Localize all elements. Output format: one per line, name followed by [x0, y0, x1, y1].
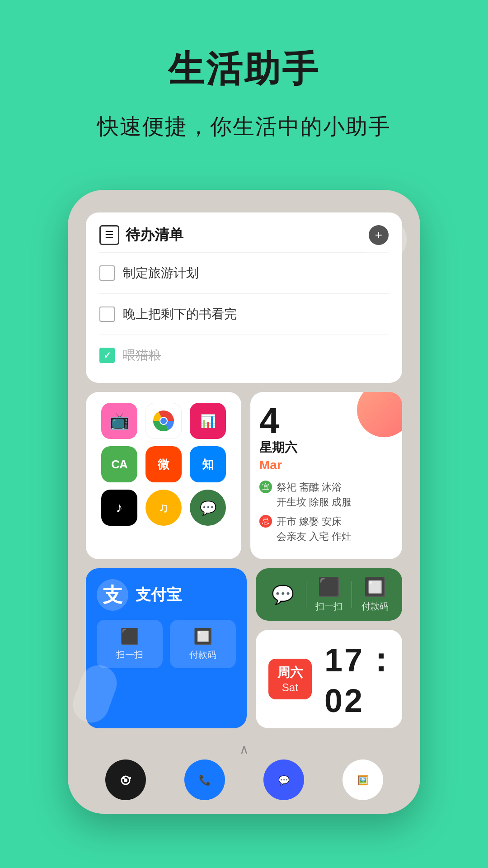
wechat-pay-button[interactable]: 🔲 付款码	[361, 576, 389, 613]
app-tiktok[interactable]: ♪	[101, 490, 137, 526]
apps-widget: 📺 📊	[86, 392, 241, 559]
cal-inauspicious-text: 开市 嫁娶 安床会亲友 入宅 作灶	[277, 514, 352, 544]
alipay-pay-button[interactable]: 🔲 付款码	[170, 620, 236, 668]
todo-item-text-3: 喂猫粮	[123, 347, 161, 364]
wechat-divider	[306, 581, 306, 608]
todo-checkbox-2[interactable]	[99, 307, 115, 322]
app-wechat-small[interactable]: 💬	[190, 490, 226, 526]
widgets-area: ☰ 待办清单 + 制定旅游计划 晚上把剩下的书看完 喂猫粮	[86, 212, 402, 757]
alipay-pay-icon: 🔲	[193, 627, 212, 645]
wechat-scan-icon: ⬛	[318, 576, 340, 598]
svg-rect-7	[122, 777, 125, 779]
app-weibo[interactable]: 微	[145, 446, 182, 482]
dock-message[interactable]: 💬	[263, 760, 304, 800]
dock-phone[interactable]: 📞	[184, 760, 225, 800]
todo-item-1[interactable]: 制定旅游计划	[99, 258, 389, 288]
todo-header-left: ☰ 待办清单	[99, 225, 183, 245]
wechat-scan-label: 扫一扫	[315, 600, 343, 613]
todo-checkbox-1[interactable]	[99, 265, 115, 281]
apps-calendar-row: 📺 📊	[86, 392, 402, 559]
svg-rect-8	[129, 777, 131, 779]
alipay-header: 支 支付宝	[97, 579, 236, 611]
app-zhihu[interactable]: 知	[190, 446, 226, 482]
alipay-scan-button[interactable]: ⬛ 扫一扫	[97, 620, 163, 668]
calendar-widget: 4 星期六 Mar 宜 祭祀 斋醮 沐浴开生坟 除服 成服 忌 开市 嫁娶 安床…	[250, 392, 402, 559]
alipay-scan-icon: ⬛	[120, 627, 139, 645]
swipe-arrow-icon: ∧	[239, 742, 249, 757]
apps-row-1: 📺 📊	[97, 403, 230, 439]
cal-inauspicious-badge: 忌	[259, 515, 272, 528]
svg-text:📞: 📞	[198, 774, 211, 786]
app-tv[interactable]: 📺	[101, 403, 137, 439]
todo-divider-3	[99, 335, 389, 335]
todo-list-icon: ☰	[99, 225, 119, 245]
alipay-pay-label: 付款码	[189, 649, 216, 661]
apps-row-2: CA 微 知	[97, 446, 230, 482]
cal-weekday: 星期六	[259, 439, 393, 456]
swipe-indicator: ∧	[86, 742, 402, 757]
app-ca[interactable]: CA	[101, 446, 137, 482]
svg-point-3	[160, 418, 167, 424]
wechat-pay-icon: 🔲	[364, 576, 386, 598]
bottom-dock: 📞 💬 🖼️	[86, 760, 402, 800]
wechat-pay-label: 付款码	[361, 600, 389, 613]
app-music[interactable]: ♫	[145, 490, 182, 526]
todo-checkbox-3[interactable]	[99, 348, 115, 363]
cal-month: Mar	[259, 458, 393, 472]
app-hiit[interactable]: 📊	[190, 403, 226, 439]
todo-item-3[interactable]: 喂猫粮	[99, 340, 389, 370]
wechat-logo: 💬	[269, 581, 296, 608]
wechat-scan-button[interactable]: ⬛ 扫一扫	[315, 576, 343, 613]
dock-gallery[interactable]: 🖼️	[343, 760, 383, 800]
todo-title: 待办清单	[126, 225, 183, 245]
clock-time: 17：02	[324, 639, 399, 719]
todo-item-text-1: 制定旅游计划	[123, 264, 199, 282]
todo-divider-1	[99, 252, 389, 253]
app-chrome[interactable]	[145, 403, 182, 439]
sub-title: 快速便捷，你生活中的小助手	[0, 112, 488, 141]
clock-day-badge: 周六 Sat	[268, 659, 312, 699]
todo-widget: ☰ 待办清单 + 制定旅游计划 晚上把剩下的书看完 喂猫粮	[86, 212, 402, 383]
apps-row-3: ♪ ♫ 💬	[97, 490, 230, 526]
clock-widget: 周六 Sat 17：02	[256, 630, 402, 728]
cal-auspicious-text: 祭祀 斋醮 沐浴开生坟 除服 成服	[277, 480, 352, 509]
todo-header: ☰ 待办清单 +	[99, 225, 389, 245]
alipay-logo: 支	[97, 579, 128, 611]
cal-auspicious-section: 宜 祭祀 斋醮 沐浴开生坟 除服 成服	[259, 480, 393, 509]
wechat-pay-widget: 💬 ⬛ 扫一扫 🔲 付款码	[256, 568, 402, 621]
todo-divider-2	[99, 293, 389, 294]
phone-mockup: ☰ 待办清单 + 制定旅游计划 晚上把剩下的书看完 喂猫粮	[68, 190, 420, 814]
dock-camera[interactable]	[105, 760, 146, 800]
todo-item-2[interactable]: 晚上把剩下的书看完	[99, 299, 389, 329]
svg-point-6	[124, 778, 127, 782]
alipay-name: 支付宝	[136, 585, 182, 605]
todo-item-text-2: 晚上把剩下的书看完	[123, 306, 237, 323]
alipay-actions: ⬛ 扫一扫 🔲 付款码	[97, 620, 236, 668]
payment-row: 支 支付宝 ⬛ 扫一扫 🔲 付款码 �	[86, 568, 402, 728]
alipay-scan-label: 扫一扫	[116, 649, 143, 661]
svg-text:🖼️: 🖼️	[357, 775, 368, 786]
clock-weekday-zh: 周六	[277, 664, 303, 681]
main-title: 生活助手	[0, 45, 488, 94]
cal-auspicious-badge: 宜	[259, 481, 272, 493]
deco-shape-top-right	[361, 217, 407, 262]
wechat-divider-2	[352, 581, 352, 608]
svg-text:💬: 💬	[278, 775, 289, 786]
clock-weekday-en: Sat	[282, 681, 298, 694]
cal-inauspicious-section: 忌 开市 嫁娶 安床会亲友 入宅 作灶	[259, 514, 393, 544]
